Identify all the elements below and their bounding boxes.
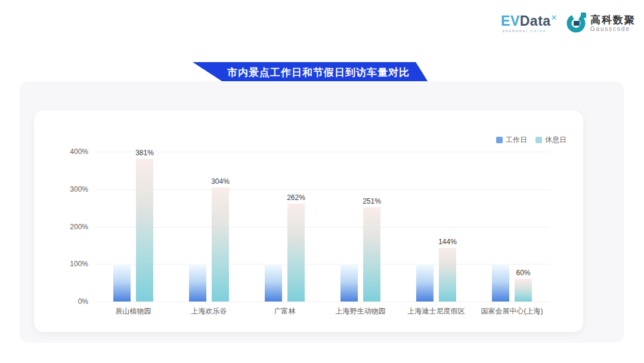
bar-workday — [113, 264, 131, 302]
bar-restday — [136, 159, 153, 302]
bar-restday — [515, 279, 532, 302]
bar-workday — [492, 264, 509, 302]
x-axis-category-label: 辰山植物园 — [116, 306, 151, 316]
y-axis-tick-label: 200% — [34, 223, 88, 231]
gridline — [95, 189, 550, 190]
x-axis-category-label: 国家会展中心(上海) — [481, 306, 543, 316]
x-axis-category-label: 上海野生动物园 — [336, 306, 386, 316]
gridline — [95, 302, 550, 302]
x-axis-category-label: 上海迪士尼度假区 — [408, 306, 465, 316]
y-axis-tick-label: 0% — [34, 297, 88, 306]
bar-workday — [265, 264, 282, 302]
header-logos: EVData✕ SHANGHAI CHINA 高科数聚 Gausscode — [501, 11, 636, 36]
bar-workday — [340, 264, 358, 302]
x-axis-category-label: 广富林 — [274, 306, 296, 316]
gridline — [95, 264, 550, 264]
bar-chart: 0%100%200%300%400%381%辰山植物园304%上海欢乐谷262%… — [34, 110, 583, 332]
bar-value-label: 144% — [438, 238, 457, 246]
bar-restday — [439, 248, 456, 302]
evdata-tagline: SHANGHAI CHINA — [502, 30, 546, 33]
bar-value-label: 304% — [211, 177, 230, 186]
chart-card: 工作日休息日 0%100%200%300%400%381%辰山植物园304%上海… — [34, 110, 583, 332]
bar-value-label: 262% — [287, 193, 305, 202]
gausscode-logo: 高科数聚 Gausscode — [566, 11, 636, 36]
bar-workday — [189, 264, 206, 302]
x-axis-category-label: 上海欢乐谷 — [191, 306, 227, 316]
evdata-logo: EVData✕ SHANGHAI CHINA — [501, 14, 558, 33]
gridline — [95, 152, 550, 152]
evdata-x-mark: ✕ — [551, 13, 558, 22]
bar-value-label: 251% — [363, 197, 381, 205]
title-banner: 市内景点工作日和节假日到访车量对比 — [193, 62, 429, 83]
gausscode-en: Gausscode — [590, 26, 636, 32]
bar-restday — [212, 187, 229, 302]
y-axis-tick-label: 400% — [34, 147, 88, 156]
bar-value-label: 381% — [135, 149, 154, 157]
evdata-wordmark: EVData✕ — [501, 14, 558, 28]
bar-value-label: 60% — [516, 269, 530, 277]
gausscode-cn: 高科数聚 — [590, 15, 636, 25]
y-axis-tick-label: 300% — [34, 185, 88, 193]
bar-workday — [416, 264, 434, 302]
y-axis-tick-label: 100% — [34, 260, 88, 268]
bar-restday — [287, 204, 305, 302]
gridline — [95, 227, 550, 227]
page: EVData✕ SHANGHAI CHINA 高科数聚 Gausscode 市内… — [0, 0, 644, 363]
bar-restday — [363, 207, 380, 302]
gausscode-g-icon — [566, 11, 587, 36]
page-title: 市内景点工作日和节假日到访车量对比 — [212, 66, 410, 79]
gausscode-text: 高科数聚 Gausscode — [590, 15, 636, 32]
